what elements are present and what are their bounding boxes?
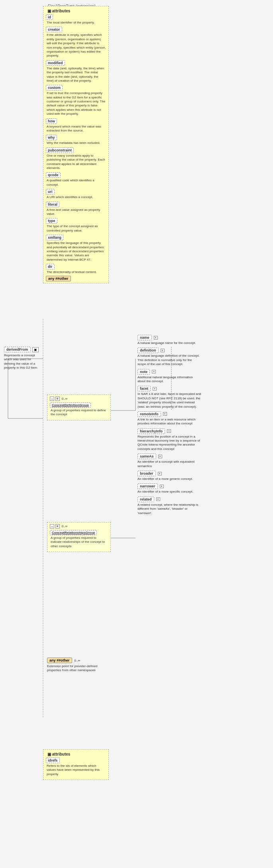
derived-from-label: derivedFrom bbox=[4, 347, 31, 352]
node-facet-desc: In NAR 1.8 and later, facet is deprecate… bbox=[137, 392, 201, 409]
crg-seq-icon: ≡ bbox=[55, 524, 60, 528]
node-hierarchyinfo-desc: Represents the position of a concept in … bbox=[137, 435, 201, 452]
node-broader-container: broader + An identifier of a more generi… bbox=[137, 471, 201, 481]
field-xmllang: xmllang bbox=[46, 235, 63, 240]
cdg-connector-icon: ⬦ bbox=[50, 397, 54, 401]
crg-label: ConceptRelationshipsGroup bbox=[50, 530, 97, 535]
field-id-desc: The local identifier of the property. bbox=[47, 21, 106, 25]
node-remoteinfo-desc: A link to an item or a web resource whic… bbox=[137, 418, 201, 426]
attributes-title: ▣ attributes bbox=[46, 8, 106, 14]
node-definition-desc: A natural language definition of the con… bbox=[137, 354, 201, 366]
node-related-container: related + A related concept, where the r… bbox=[137, 497, 201, 515]
any-other-bottom-desc: Extension point for provider-defined pro… bbox=[47, 664, 99, 673]
node-note-desc: Additional natural language information … bbox=[137, 375, 201, 384]
node-name-container: name + A natural language name for the c… bbox=[137, 335, 201, 345]
field-creator-desc: If the attribute is empty, specifies whi… bbox=[47, 33, 106, 58]
node-definition-label: definition bbox=[137, 348, 159, 353]
crg-desc: A group of properties required to indica… bbox=[51, 536, 108, 548]
node-narrower-label: narrower bbox=[137, 483, 158, 489]
field-uri: uri bbox=[46, 189, 55, 194]
node-remoteinfo-label: remoteInfo bbox=[137, 411, 161, 417]
cdg-desc: A group of properties required to define… bbox=[51, 408, 108, 417]
node-hierarchyinfo-ext: + bbox=[167, 429, 171, 433]
node-sameas-desc: An identifier of a concept with equivale… bbox=[137, 460, 201, 468]
field-custom-desc: If set to true the corresponding propert… bbox=[47, 91, 106, 116]
field-creator: creator bbox=[46, 27, 62, 32]
field-qcode: qcode bbox=[46, 172, 61, 178]
any-other-top: any ##other bbox=[46, 276, 71, 281]
node-hierarchyinfo-container: hierarchyInfo + Represents the position … bbox=[137, 428, 201, 452]
node-narrower-desc: An identifier of a more specific concept… bbox=[137, 490, 201, 494]
attributes-box-2: ▣ attributes idrefs Refers to the ids of… bbox=[43, 749, 109, 780]
crg-multiplicity: 0..∞ bbox=[62, 524, 68, 528]
concept-relationships-group-box: ⬦ ≡ 0..∞ ConceptRelationshipsGroup A gro… bbox=[47, 522, 111, 552]
node-sameas-container: sameAs + An identifier of a concept with… bbox=[137, 454, 201, 468]
field-type: type bbox=[46, 218, 57, 224]
node-related-ext: + bbox=[156, 497, 160, 501]
node-broader-ext: + bbox=[158, 472, 162, 475]
node-related-desc: A related concept, where the relationshi… bbox=[137, 503, 201, 515]
node-broader-label: broader bbox=[137, 471, 156, 476]
node-remoteinfo-ext: + bbox=[163, 412, 167, 416]
any-other-bottom-label: any ##other bbox=[47, 658, 72, 663]
field-xmllang-desc: Specifies the language of this property … bbox=[47, 241, 106, 262]
crg-connector-icon: ⬦ bbox=[50, 524, 54, 528]
field-modified: modified bbox=[46, 60, 65, 66]
field-literal-desc: A free-text value assigned as property v… bbox=[47, 208, 106, 216]
node-narrower-container: narrower + An identifier of a more speci… bbox=[137, 483, 201, 494]
derived-from-icon: ▣ bbox=[32, 347, 39, 352]
node-note-container: note + Additional natural language infor… bbox=[137, 369, 201, 384]
field-why-desc: Why the metadata has been included. bbox=[47, 141, 106, 145]
field-modified-desc: The date (and, optionally, the time) whe… bbox=[47, 67, 106, 83]
concept-definition-group-box: ⬦ ≡ 0..∞ ConceptDefinitionGroup A group … bbox=[47, 395, 111, 420]
cdg-label: ConceptDefinitionGroup bbox=[50, 403, 91, 408]
cdg-seq-icon: ≡ bbox=[55, 397, 60, 401]
node-broader-desc: An identifier of a more generic concept. bbox=[137, 477, 201, 481]
node-hierarchyinfo-label: hierarchyInfo bbox=[137, 428, 165, 434]
field-id: id bbox=[46, 14, 53, 20]
field-type-desc: The type of the concept assigned as cont… bbox=[47, 224, 106, 233]
node-note-ext: + bbox=[152, 370, 156, 373]
node-note-label: note bbox=[137, 369, 150, 375]
cdg-multiplicity: 0..∞ bbox=[62, 397, 68, 401]
any-other-bottom-container: any ##other 0..∞ Extension point for pro… bbox=[47, 658, 99, 673]
node-remoteinfo-container: remoteInfo + A link to an item or a web … bbox=[137, 411, 201, 426]
any-other-bottom-multiplicity: 0..∞ bbox=[75, 659, 81, 662]
node-facet-container: facet + In NAR 1.8 and later, facet is d… bbox=[137, 386, 201, 409]
field-how-desc: A keyword which means the value was extr… bbox=[47, 125, 106, 133]
node-name-ext: + bbox=[154, 336, 158, 340]
node-definition-ext: + bbox=[161, 349, 165, 352]
right-nodes-section: name + A natural language name for the c… bbox=[137, 335, 201, 518]
field-dir-desc: The directionality of textual content. bbox=[47, 270, 106, 274]
node-sameas-ext: + bbox=[158, 455, 162, 458]
node-name-desc: A natural language name for the concept. bbox=[137, 341, 201, 345]
field-pubconstraint: pubconstraint bbox=[46, 147, 74, 153]
derived-from-container: derivedFrom ▣ Represents a concept which… bbox=[4, 347, 42, 370]
field-dir: dir bbox=[46, 264, 55, 269]
field-how: how bbox=[46, 118, 57, 124]
attributes-box-1: ▣ attributes id The local identifier of … bbox=[43, 6, 109, 283]
field-custom: custom bbox=[46, 85, 63, 90]
node-sameas-label: sameAs bbox=[137, 454, 156, 459]
node-name-label: name bbox=[137, 335, 152, 340]
node-facet-ext: + bbox=[153, 387, 157, 391]
field-literal: literal bbox=[46, 202, 59, 207]
attributes-2-title: ▣ attributes bbox=[46, 751, 106, 757]
field-qcode-desc: A qualified code which identifies a conc… bbox=[47, 179, 106, 187]
derived-from-desc: Represents a concept which was used for … bbox=[4, 353, 42, 370]
field-pubconstraint-desc: One or many constraints apply to publish… bbox=[47, 154, 106, 171]
node-narrower-ext: + bbox=[160, 485, 164, 488]
field-why: why bbox=[46, 135, 57, 140]
node-related-label: related bbox=[137, 497, 154, 502]
node-definition-container: definition + A natural language definiti… bbox=[137, 348, 201, 366]
node-facet-label: facet bbox=[137, 386, 151, 391]
field-idrefs-desc: Refers to the ids of elements which valu… bbox=[47, 764, 106, 776]
field-idrefs: idrefs bbox=[46, 758, 60, 763]
field-uri-desc: A URI which identifies a concept. bbox=[47, 195, 106, 199]
